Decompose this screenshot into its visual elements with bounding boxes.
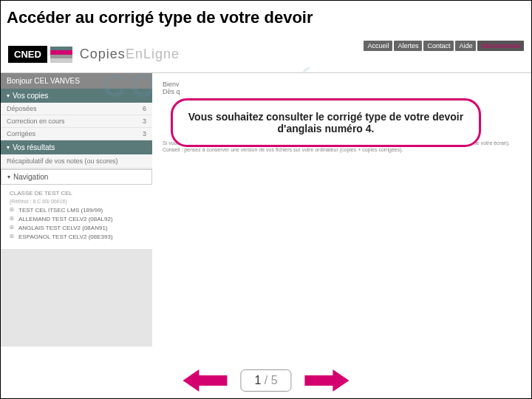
app-screenshot: CNED CopiesEnLigne Accueil Alertes Conta… (1, 36, 531, 347)
recap-link[interactable]: Récapitulatif de vos notes (ou scores) (1, 154, 152, 168)
tree-child[interactable]: ANGLAIS TEST CELV2 (08AN91) (10, 224, 146, 233)
nav-deconnexion[interactable]: Déconnexion (477, 41, 524, 51)
tree-child[interactable]: TEST CEL ITSEC LMS (189/99) (10, 206, 146, 215)
nav-accueil[interactable]: Accueil (364, 41, 392, 51)
slide-title-bar: Accéder au corrigé type de votre devoir (1, 1, 531, 36)
nav-alertes[interactable]: Alertes (394, 41, 422, 51)
prev-arrow[interactable] (183, 369, 227, 392)
row-corrigees[interactable]: Corrigées3 (1, 128, 152, 140)
nav-aide[interactable]: Aide (455, 41, 476, 51)
section-resultats[interactable]: Vos résultats (1, 140, 152, 154)
row-correction[interactable]: Correction en cours3 (1, 115, 152, 128)
next-arrow[interactable] (305, 369, 349, 392)
slide-title: Accéder au corrigé type de votre devoir (7, 8, 525, 27)
tree-root[interactable]: CLASSE DE TEST CEL (10, 189, 146, 198)
topbar: CNED CopiesEnLigne Accueil Alertes Conta… (1, 36, 531, 73)
greeting: Bonjour CEL VANVES (1, 73, 152, 89)
nav-contact[interactable]: Contact (423, 41, 454, 51)
brand: CopiesEnLigne (80, 47, 180, 62)
page-indicator: 1 / 5 (240, 369, 291, 392)
row-deposees[interactable]: Déposées6 (1, 103, 152, 115)
welcome-line2: Dès q (163, 88, 521, 95)
topnav: Accueil Alertes Contact Aide Déconnexion (364, 41, 524, 51)
tree-child[interactable]: ALLEMAND TEST CELV2 (08AL92) (10, 215, 146, 224)
nav-header[interactable]: Navigation (1, 169, 152, 185)
tree-sub: (Réf/incl : 8 C 60/ 06616) (10, 198, 146, 206)
welcome-line1: Bienv (163, 81, 521, 88)
logo-stripes (50, 47, 72, 63)
logo: CNED (8, 46, 72, 63)
section-copies[interactable]: Vos copies (1, 89, 152, 103)
nav-tree: CLASSE DE TEST CEL (Réf/incl : 8 C 60/ 0… (1, 185, 152, 249)
tree-child[interactable]: ESPAGNOL TEST CELV2 (08E393) (10, 233, 146, 242)
callout-bubble: Vous souhaitez consulter le corrigé type… (171, 98, 481, 147)
sidebar: Bonjour CEL VANVES Vos copies Déposées6 … (1, 73, 152, 347)
pager: 1 / 5 (183, 369, 349, 392)
logo-text: CNED (8, 46, 47, 63)
